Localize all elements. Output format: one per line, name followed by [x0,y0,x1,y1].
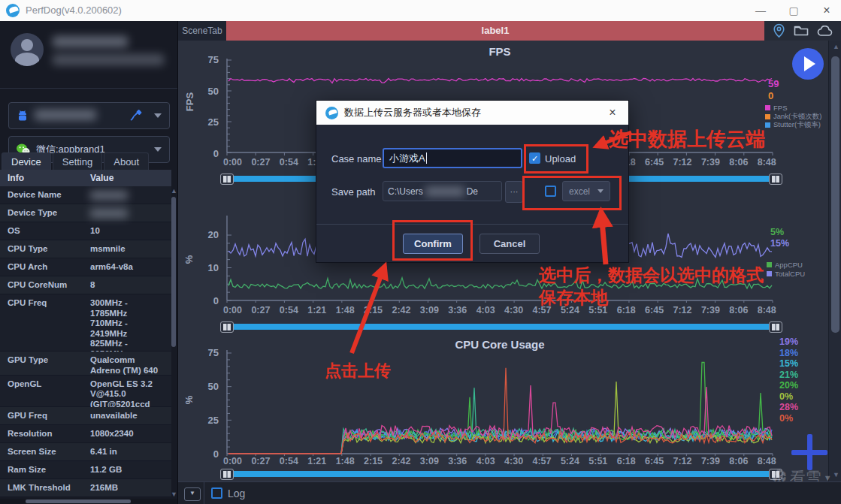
legend-swatch [765,105,770,110]
user-subtitle-redacted [53,54,164,65]
info-label: GPU Type [0,352,83,369]
y-tick: 0 [213,295,219,306]
range-grip-right[interactable] [769,174,782,185]
info-value: 11.2 GB [83,461,171,478]
annotation-format-note-1: 选中后，数据会以选中的格式 [539,264,764,287]
x-tick: 8:06 [729,305,748,315]
x-tick: 8:06 [729,157,748,167]
info-value: arm64-v8a [83,258,171,276]
info-label: Resolution [0,425,83,442]
sidebar-tab-about[interactable]: About [104,152,149,171]
info-label: CPU Type [0,240,83,258]
current-value: 0% [779,413,798,424]
info-value: 1080x2340 [83,425,171,442]
range-grip-right[interactable] [769,321,782,333]
folder-icon[interactable] [794,25,809,37]
x-tick: 1:21 [307,305,326,315]
play-icon [804,56,815,71]
info-row: CPU Freq300MHz -1785MHz710MHz -2419MHz82… [0,294,171,352]
case-name-label: Case name [331,153,381,164]
y-tick: 20 [208,229,219,240]
info-label: Device Name [0,186,83,204]
browse-button[interactable]: ··· [505,181,523,203]
info-label: GPU Freq [0,407,83,424]
current-value: 0% [779,391,798,403]
x-tick: 5:24 [561,456,579,466]
bottom-bar: ▼ Log [178,481,841,504]
sidebar-hscroll-thumb[interactable] [26,499,131,503]
info-row: Screen Size6.41 in [0,443,171,461]
main-vscroll-thumb[interactable] [831,56,839,333]
range-grip-left[interactable] [220,174,234,185]
user-avatar[interactable] [11,33,44,66]
dialog-close-button[interactable]: × [604,104,621,121]
x-tick: 8:48 [758,305,776,315]
info-row: CPU CoreNum8 [0,276,171,294]
scroll-down-icon[interactable]: ▼ [171,491,177,498]
save-path-label: Save path [331,186,376,198]
perfdog-logo-icon [6,4,20,17]
info-label: CPU CoreNum [0,276,83,294]
y-tick: 10 [208,262,219,273]
log-checkbox[interactable] [211,487,222,499]
info-table: Device NameDevice TypeOS10CPU Typemsmnil… [0,186,171,497]
device-select[interactable] [8,102,170,129]
x-tick: 6:45 [645,456,664,466]
scene-label-bar[interactable]: label1 [226,21,764,41]
sidebar-hscrollbar[interactable] [0,499,177,504]
x-tick: 6:18 [617,305,636,315]
sidebar-tab-setting[interactable]: Setting [53,152,102,171]
maximize-button[interactable]: ▢ [782,3,805,18]
annotation-box-confirm [392,220,473,261]
case-name-input[interactable]: 小游戏A [383,148,522,168]
x-tick: 2:42 [392,305,410,315]
x-tick: 3:36 [448,305,467,315]
save-path-input[interactable]: C:\Users De [383,181,502,201]
cpu-range-scrollbar[interactable] [220,321,782,333]
map-pin-icon[interactable] [773,23,785,38]
x-tick: 0:54 [280,305,298,315]
info-row: OpenGLOpenGL ES 3.2V@415.0(GIT@5201ccd [0,376,171,407]
range-bar[interactable] [234,471,769,477]
current-value: 20% [779,380,798,391]
legend-label: FPS [773,104,787,112]
table-scrollbar[interactable]: ▲ ▼ [171,188,177,497]
range-bar[interactable] [234,324,769,330]
y-tick: 0 [213,448,219,460]
legend-label: AppCPU [775,261,803,269]
cloud-icon[interactable] [817,26,833,37]
scroll-up-icon[interactable]: ▲ [833,44,839,50]
range-grip-left[interactable] [220,469,234,480]
cancel-button[interactable]: Cancel [479,234,540,254]
save-path-prefix: C:\Users [388,186,423,197]
info-col-header: Info [0,170,90,186]
expand-panel-button[interactable]: ▼ [184,487,201,501]
scroll-down-icon[interactable]: ▼ [833,472,839,478]
play-button[interactable] [792,48,824,80]
info-value: 216MB [83,479,171,496]
info-label: Ram Size [0,461,83,478]
info-label: OS [0,222,83,240]
main-vscrollbar[interactable]: ▲ ▼ [828,41,841,481]
x-tick: 5:51 [588,456,607,466]
annotation-upload-note: 选中数据上传云端 [609,126,765,152]
x-tick: 1:21 [307,456,326,466]
dialog-title: 数据上传云服务器或者本地保存 [344,106,481,119]
table-scroll-thumb[interactable] [171,197,176,347]
close-button[interactable]: × [815,3,838,18]
annotation-box-format [522,176,622,210]
plus-icon[interactable] [807,434,812,470]
core-y-ticks: 7550250 [192,347,219,460]
sidebar-tab-device[interactable]: Device [2,152,51,171]
info-row: CPU Archarm64-v8a [0,258,171,276]
scene-tab[interactable]: SceneTab [178,21,226,41]
scroll-up-icon[interactable]: ▲ [171,188,177,195]
current-value: 15% [779,358,798,370]
core-range-scrollbar[interactable] [220,468,782,480]
range-grip-left[interactable] [220,321,234,333]
x-tick: 1:48 [336,456,355,466]
window-title: PerfDog(v4.0.200602) [26,5,122,16]
perfdog-logo-icon [325,107,338,119]
info-label: CPU Freq [0,294,83,312]
minimize-button[interactable]: — [749,3,772,18]
